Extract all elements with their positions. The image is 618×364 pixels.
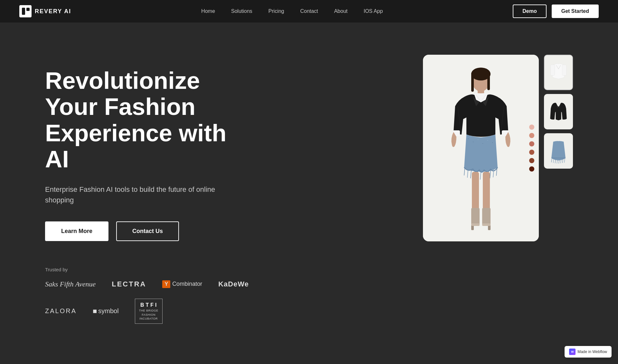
svg-rect-7 bbox=[487, 72, 490, 90]
color-swatch-swatch-3[interactable] bbox=[529, 141, 534, 146]
yc-box: Y bbox=[162, 280, 170, 288]
svg-rect-1 bbox=[22, 8, 25, 15]
model-svg bbox=[423, 55, 539, 241]
contact-us-button[interactable]: Contact Us bbox=[116, 221, 179, 241]
nav-ios-app[interactable]: IOS App bbox=[364, 8, 383, 14]
nav-about[interactable]: About bbox=[334, 8, 348, 14]
webflow-logo-icon: W bbox=[569, 349, 576, 355]
nav-home[interactable]: Home bbox=[201, 8, 215, 14]
color-swatch-swatch-2[interactable] bbox=[529, 133, 534, 138]
color-swatch-swatch-6[interactable] bbox=[529, 166, 534, 172]
thumbnail-skirt[interactable] bbox=[544, 133, 573, 169]
saks-logo: Saks Fifth Avenue bbox=[45, 280, 96, 288]
svg-rect-12 bbox=[482, 143, 483, 144]
color-swatch-swatch-1[interactable] bbox=[529, 125, 534, 130]
zalora-logo: ZALORA bbox=[45, 307, 77, 315]
thumbnail-jacket[interactable] bbox=[544, 94, 573, 129]
webflow-badge-text: Made in Webflow bbox=[577, 350, 607, 354]
svg-rect-18 bbox=[483, 172, 490, 210]
trusted-logos-row1: Saks Fifth Avenue LECTRA Y Combinator Ka… bbox=[45, 280, 254, 288]
trusted-section: Trusted by Saks Fifth Avenue LECTRA Y Co… bbox=[45, 267, 254, 324]
revery-logo-icon bbox=[19, 5, 32, 17]
svg-rect-20 bbox=[482, 208, 491, 226]
hero-title: Revolutionize Your Fashion Experience wi… bbox=[45, 68, 254, 173]
webflow-badge: W Made in Webflow bbox=[565, 346, 612, 358]
svg-rect-0 bbox=[19, 5, 32, 17]
thumbnail-sidebar bbox=[544, 55, 573, 169]
navbar-actions: Demo Get Started bbox=[513, 5, 599, 18]
lectra-logo: LECTRA bbox=[112, 280, 146, 288]
navbar-links: Home Solutions Pricing Contact About IOS… bbox=[201, 8, 383, 14]
svg-rect-26 bbox=[550, 65, 555, 75]
hero-subtitle: Enterprise Fashion AI tools to build the… bbox=[45, 184, 225, 205]
svg-rect-23 bbox=[471, 223, 480, 226]
demo-button[interactable]: Demo bbox=[513, 5, 546, 18]
svg-rect-24 bbox=[482, 223, 491, 226]
svg-rect-19 bbox=[471, 208, 480, 226]
navbar: REVERY AI Home Solutions Pricing Contact… bbox=[0, 0, 618, 23]
trusted-label: Trusted by bbox=[45, 267, 254, 272]
svg-rect-10 bbox=[473, 142, 473, 142]
thumb-jacket-svg bbox=[545, 94, 572, 129]
thumbnail-shirt[interactable] bbox=[544, 55, 573, 90]
color-swatches bbox=[529, 125, 534, 172]
main-fashion-card bbox=[423, 55, 539, 241]
learn-more-button[interactable]: Learn More bbox=[45, 221, 108, 241]
hero-right bbox=[423, 55, 573, 241]
ycombinator-logo: Y Combinator bbox=[162, 280, 202, 288]
thumb-shirt-svg bbox=[545, 55, 572, 90]
kadewe-logo: KaDeWe bbox=[218, 280, 249, 288]
nav-pricing[interactable]: Pricing bbox=[268, 8, 284, 14]
trusted-logos-row2: ZALORA ■symbol BTFI THE BRIDGEFASHIONINC… bbox=[45, 299, 254, 324]
hero-buttons: Learn More Contact Us bbox=[45, 221, 254, 241]
hero-left: Revolutionize Your Fashion Experience wi… bbox=[45, 55, 254, 324]
svg-rect-2 bbox=[26, 8, 30, 11]
navbar-logo-text: REVERY AI bbox=[35, 8, 71, 15]
hero-section: Revolutionize Your Fashion Experience wi… bbox=[0, 23, 618, 350]
color-swatch-swatch-4[interactable] bbox=[529, 150, 534, 155]
thumb-skirt-svg bbox=[545, 133, 572, 169]
color-swatch-swatch-5[interactable] bbox=[529, 158, 534, 163]
nav-contact[interactable]: Contact bbox=[300, 8, 318, 14]
svg-rect-11 bbox=[478, 139, 478, 140]
svg-rect-9 bbox=[468, 138, 469, 139]
svg-rect-13 bbox=[487, 140, 488, 141]
svg-rect-6 bbox=[471, 72, 474, 92]
nav-solutions[interactable]: Solutions bbox=[231, 8, 252, 14]
svg-rect-17 bbox=[472, 172, 479, 210]
get-started-button[interactable]: Get Started bbox=[552, 5, 599, 18]
svg-rect-14 bbox=[492, 142, 493, 143]
symbol-logo: ■symbol bbox=[93, 307, 119, 315]
bridge-logo: BTFI THE BRIDGEFASHIONINCUBATOR bbox=[135, 299, 163, 324]
svg-rect-27 bbox=[562, 65, 566, 75]
navbar-logo[interactable]: REVERY AI bbox=[19, 5, 71, 17]
